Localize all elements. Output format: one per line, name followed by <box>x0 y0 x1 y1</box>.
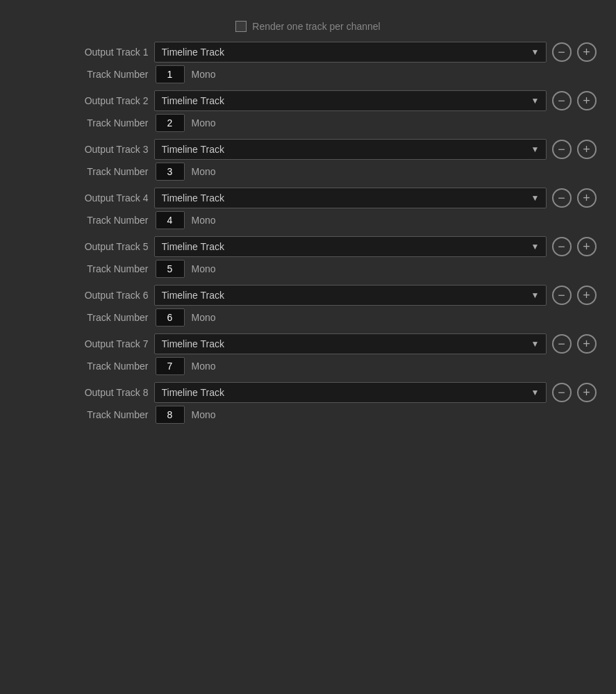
output-track-row-1: Output Track 1Timeline Track▼−+ <box>20 42 597 63</box>
track-group-2: Output Track 2Timeline Track▼−+Track Num… <box>20 90 597 132</box>
output-track-row-2: Output Track 2Timeline Track▼−+ <box>20 90 597 111</box>
track-type-dropdown-2[interactable]: Timeline Track <box>154 90 547 111</box>
track-number-row-7: Track NumberMono <box>20 357 597 375</box>
track-group-1: Output Track 1Timeline Track▼−+Track Num… <box>20 42 597 83</box>
add-track-button-4[interactable]: + <box>577 188 597 208</box>
track-number-label-8: Track Number <box>20 409 149 420</box>
output-track-label-7: Output Track 7 <box>20 338 149 349</box>
output-track-row-5: Output Track 5Timeline Track▼−+ <box>20 236 597 257</box>
track-number-input-8[interactable] <box>156 406 185 424</box>
track-number-input-5[interactable] <box>156 260 185 278</box>
track-group-8: Output Track 8Timeline Track▼−+Track Num… <box>20 382 597 424</box>
track-number-label-6: Track Number <box>20 312 149 323</box>
output-track-label-6: Output Track 6 <box>20 290 149 301</box>
track-type-dropdown-7[interactable]: Timeline Track <box>154 333 547 354</box>
track-number-input-7[interactable] <box>156 357 185 375</box>
dropdown-wrapper-1: Timeline Track▼ <box>154 42 547 63</box>
track-number-label-3: Track Number <box>20 166 149 177</box>
remove-track-button-6[interactable]: − <box>552 286 572 305</box>
track-number-label-4: Track Number <box>20 215 149 226</box>
track-number-label-1: Track Number <box>20 69 149 80</box>
output-track-label-4: Output Track 4 <box>20 192 149 204</box>
dropdown-wrapper-8: Timeline Track▼ <box>154 382 547 403</box>
output-track-label-8: Output Track 8 <box>20 387 149 398</box>
track-group-6: Output Track 6Timeline Track▼−+Track Num… <box>20 285 597 327</box>
dropdown-wrapper-6: Timeline Track▼ <box>154 285 547 306</box>
dropdown-wrapper-4: Timeline Track▼ <box>154 188 547 208</box>
track-number-input-2[interactable] <box>156 114 185 132</box>
track-number-row-6: Track NumberMono <box>20 308 597 327</box>
output-track-label-1: Output Track 1 <box>20 47 149 58</box>
track-number-input-4[interactable] <box>156 211 185 229</box>
track-type-dropdown-1[interactable]: Timeline Track <box>154 42 547 63</box>
dropdown-wrapper-3: Timeline Track▼ <box>154 139 547 160</box>
track-number-row-4: Track NumberMono <box>20 211 597 229</box>
add-track-button-5[interactable]: + <box>577 237 597 256</box>
track-type-dropdown-8[interactable]: Timeline Track <box>154 382 547 403</box>
remove-track-button-5[interactable]: − <box>552 237 572 256</box>
render-checkbox-row: Render one track per channel <box>20 21 597 32</box>
track-number-row-3: Track NumberMono <box>20 163 597 181</box>
track-number-input-1[interactable] <box>156 65 185 83</box>
track-group-7: Output Track 7Timeline Track▼−+Track Num… <box>20 333 597 375</box>
output-track-row-4: Output Track 4Timeline Track▼−+ <box>20 188 597 208</box>
mono-label-1: Mono <box>192 69 216 80</box>
mono-label-3: Mono <box>192 166 216 177</box>
mono-label-6: Mono <box>192 312 216 323</box>
track-type-dropdown-3[interactable]: Timeline Track <box>154 139 547 160</box>
track-number-row-8: Track NumberMono <box>20 406 597 424</box>
remove-track-button-8[interactable]: − <box>552 383 572 402</box>
mono-label-2: Mono <box>192 117 216 129</box>
add-track-button-2[interactable]: + <box>577 91 597 110</box>
output-track-label-3: Output Track 3 <box>20 144 149 155</box>
track-number-row-1: Track NumberMono <box>20 65 597 83</box>
track-number-input-6[interactable] <box>156 308 185 327</box>
output-track-label-5: Output Track 5 <box>20 241 149 252</box>
mono-label-7: Mono <box>192 361 216 372</box>
add-track-button-7[interactable]: + <box>577 334 597 354</box>
add-track-button-6[interactable]: + <box>577 286 597 305</box>
dropdown-wrapper-2: Timeline Track▼ <box>154 90 547 111</box>
track-number-input-3[interactable] <box>156 163 185 181</box>
remove-track-button-4[interactable]: − <box>552 188 572 208</box>
track-number-row-5: Track NumberMono <box>20 260 597 278</box>
track-group-4: Output Track 4Timeline Track▼−+Track Num… <box>20 188 597 229</box>
output-track-row-6: Output Track 6Timeline Track▼−+ <box>20 285 597 306</box>
output-track-row-7: Output Track 7Timeline Track▼−+ <box>20 333 597 354</box>
main-container: Render one track per channel Output Trac… <box>6 14 610 438</box>
track-type-dropdown-4[interactable]: Timeline Track <box>154 188 547 208</box>
output-track-label-2: Output Track 2 <box>20 95 149 106</box>
track-group-5: Output Track 5Timeline Track▼−+Track Num… <box>20 236 597 278</box>
mono-label-4: Mono <box>192 215 216 226</box>
add-track-button-1[interactable]: + <box>577 42 597 62</box>
output-track-row-8: Output Track 8Timeline Track▼−+ <box>20 382 597 403</box>
dropdown-wrapper-7: Timeline Track▼ <box>154 333 547 354</box>
track-number-label-5: Track Number <box>20 263 149 274</box>
mono-label-5: Mono <box>192 263 216 274</box>
remove-track-button-2[interactable]: − <box>552 91 572 110</box>
add-track-button-3[interactable]: + <box>577 140 597 159</box>
remove-track-button-1[interactable]: − <box>552 42 572 62</box>
remove-track-button-7[interactable]: − <box>552 334 572 354</box>
track-number-label-7: Track Number <box>20 361 149 372</box>
track-type-dropdown-6[interactable]: Timeline Track <box>154 285 547 306</box>
render-checkbox-label: Render one track per channel <box>252 21 380 32</box>
track-group-3: Output Track 3Timeline Track▼−+Track Num… <box>20 139 597 181</box>
track-type-dropdown-5[interactable]: Timeline Track <box>154 236 547 257</box>
mono-label-8: Mono <box>192 409 216 420</box>
track-number-label-2: Track Number <box>20 117 149 129</box>
dropdown-wrapper-5: Timeline Track▼ <box>154 236 547 257</box>
add-track-button-8[interactable]: + <box>577 383 597 402</box>
output-track-row-3: Output Track 3Timeline Track▼−+ <box>20 139 597 160</box>
render-one-track-checkbox[interactable] <box>235 21 247 32</box>
track-number-row-2: Track NumberMono <box>20 114 597 132</box>
remove-track-button-3[interactable]: − <box>552 140 572 159</box>
tracks-container: Output Track 1Timeline Track▼−+Track Num… <box>20 42 597 424</box>
